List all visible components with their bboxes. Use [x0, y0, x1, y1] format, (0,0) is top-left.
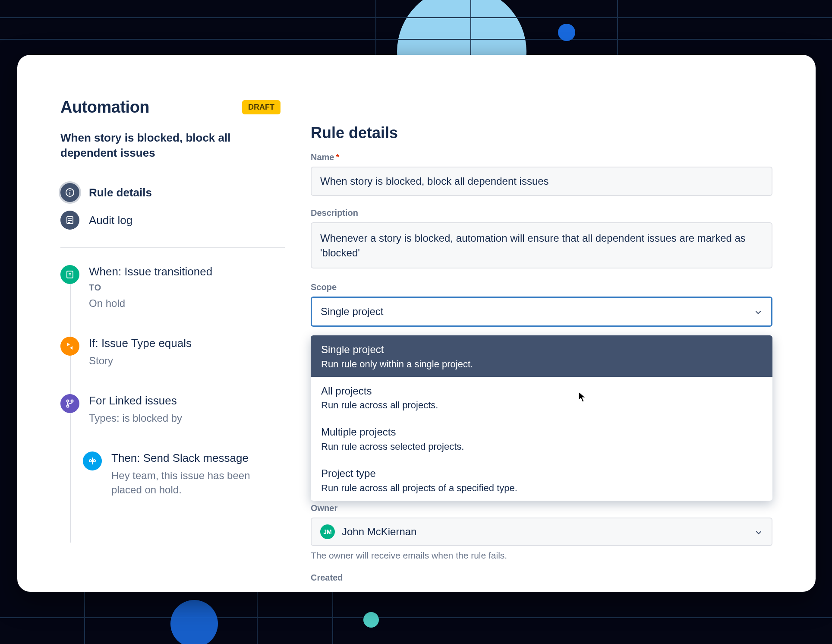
option-title: All projects: [321, 384, 762, 398]
scope-value: Single project: [321, 306, 383, 318]
scope-dropdown: Single project Run rule only within a si…: [311, 335, 772, 500]
decor-line: [0, 617, 832, 618]
step-title: If: Issue Type equals: [89, 337, 285, 350]
scope-option-all-projects[interactable]: All projects Run rule across all project…: [311, 377, 772, 418]
scope-option-project-type[interactable]: Project type Run rule across all project…: [311, 459, 772, 501]
nav-label: Audit log: [89, 214, 132, 227]
decor-circle-bottom: [170, 600, 218, 644]
field-name: Name*: [311, 152, 772, 196]
step-connector: [70, 413, 71, 543]
svg-rect-13: [89, 460, 91, 462]
description-label: Description: [311, 208, 772, 218]
nav-rule-details[interactable]: Rule details: [60, 179, 285, 206]
main-card: Automation DRAFT When story is blocked, …: [17, 55, 816, 592]
step-condition[interactable]: If: Issue Type equals Story: [60, 337, 285, 368]
left-column: Automation DRAFT When story is blocked, …: [60, 98, 285, 592]
svg-point-11: [71, 400, 73, 402]
cursor-icon: [578, 391, 586, 403]
info-icon: [60, 183, 79, 202]
chevron-down-icon: [754, 307, 763, 316]
svg-rect-14: [93, 460, 95, 462]
field-created: Created: [311, 573, 772, 583]
right-column: Rule details Name* Description Scope Sin…: [311, 98, 772, 592]
decor-line: [0, 17, 832, 18]
label-text: Name: [311, 152, 334, 162]
owner-help-text: The owner will receive emails when the r…: [311, 550, 772, 561]
scope-label: Scope: [311, 282, 772, 292]
decor-line: [0, 39, 832, 40]
step-meta: TO: [89, 283, 285, 293]
decor-dot-bottom: [363, 612, 379, 628]
decor-line: [257, 583, 258, 644]
option-title: Multiple projects: [321, 425, 762, 439]
step-branch[interactable]: For Linked issues Types: is blocked by: [60, 394, 285, 426]
draft-badge: DRAFT: [242, 100, 280, 114]
scope-option-single-project[interactable]: Single project Run rule only within a si…: [311, 335, 772, 377]
step-trigger[interactable]: When: Issue transitioned TO On hold: [60, 265, 285, 311]
branch-icon: [60, 394, 79, 413]
trigger-icon: [60, 265, 79, 284]
field-description: Description: [311, 208, 772, 270]
field-owner: Owner JM John McKiernan The owner will r…: [311, 503, 772, 561]
step-sub: Story: [89, 354, 285, 368]
option-desc: Run rule only within a single project.: [321, 359, 762, 370]
step-action[interactable]: Then: Send Slack message Hey team, this …: [83, 451, 285, 497]
avatar: JM: [320, 524, 335, 539]
scope-option-multiple-projects[interactable]: Multiple projects Run rule across select…: [311, 418, 772, 459]
decor-line: [332, 583, 333, 644]
decor-dot-top: [558, 24, 575, 41]
left-header: Automation DRAFT: [60, 98, 285, 117]
step-title: For Linked issues: [89, 394, 285, 407]
required-indicator: *: [336, 152, 339, 162]
name-label: Name*: [311, 152, 772, 162]
chevron-down-icon: [754, 527, 763, 536]
option-title: Single project: [321, 342, 762, 357]
divider: [60, 247, 285, 248]
rule-name-heading: When story is blocked, block all depende…: [60, 130, 285, 161]
created-label: Created: [311, 573, 772, 583]
page-title: Automation: [60, 98, 149, 117]
step-sub: Hey team, this issue has been placed on …: [111, 468, 267, 497]
step-title: Then: Send Slack message: [111, 451, 285, 465]
option-desc: Run rule across selected projects.: [321, 441, 762, 452]
owner-label: Owner: [311, 503, 772, 513]
option-desc: Run rule across all projects.: [321, 400, 762, 411]
step-sub: On hold: [89, 296, 285, 311]
svg-point-2: [70, 190, 70, 191]
field-scope: Scope Single project Single project Run …: [311, 282, 772, 500]
option-title: Project type: [321, 466, 762, 481]
list-icon: [60, 211, 79, 230]
step-title: When: Issue transitioned: [89, 265, 285, 278]
section-title: Rule details: [311, 124, 772, 142]
step-sub: Types: is blocked by: [89, 411, 285, 426]
nav-label: Rule details: [89, 186, 152, 199]
nav-audit-log[interactable]: Audit log: [60, 206, 285, 234]
owner-name: John McKiernan: [342, 526, 416, 538]
decor-line: [84, 583, 85, 644]
description-input[interactable]: [311, 222, 772, 268]
name-input[interactable]: [311, 167, 772, 196]
condition-icon: [60, 337, 79, 356]
option-desc: Run rule across all projects of a specif…: [321, 483, 762, 494]
svg-point-10: [67, 400, 69, 402]
scope-select[interactable]: Single project: [311, 297, 772, 327]
owner-select[interactable]: JM John McKiernan: [311, 518, 772, 546]
action-icon: [83, 451, 102, 470]
svg-point-12: [67, 405, 69, 407]
rule-steps: When: Issue transitioned TO On hold If: …: [60, 265, 285, 497]
